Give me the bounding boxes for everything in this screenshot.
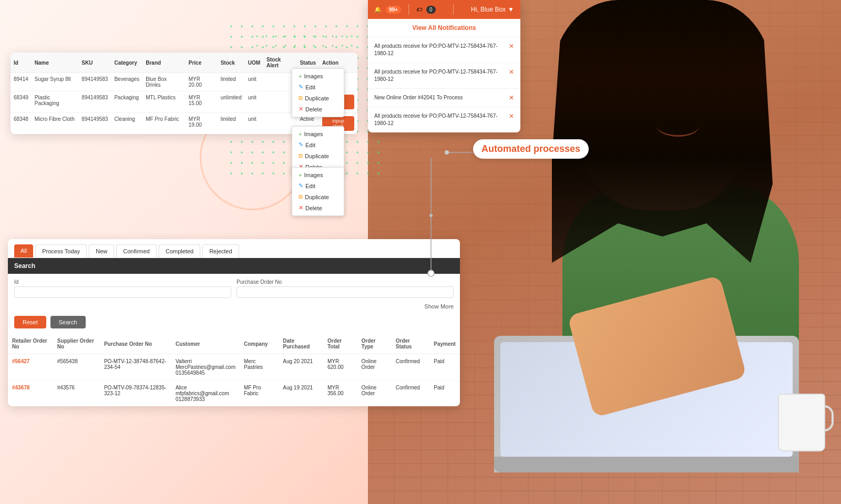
- customer-2: Alice mfpfabrics@gmail.com 0128873933: [171, 380, 240, 407]
- cell-uom: unit: [245, 91, 263, 113]
- col-po-no: Purchase Order No: [100, 334, 171, 354]
- menu-item-edit-2[interactable]: ✎ Edit: [292, 139, 344, 150]
- retailer-order-2[interactable]: #43678: [8, 380, 53, 407]
- edit-icon: ✎: [299, 84, 303, 90]
- notification-item-1: All products receive for PO:PO-MTV-12-75…: [368, 37, 520, 63]
- notification-item-3: New Online Order #42041 To Process ✕: [368, 89, 520, 107]
- col-payment: Payment: [429, 334, 460, 354]
- order-tabs: All Process Today New Confirmed Complete…: [8, 239, 460, 258]
- col-uom: UOM: [245, 53, 263, 73]
- menu-item-edit-3[interactable]: ✎ Edit: [292, 180, 344, 191]
- retailer-order-link-2[interactable]: #43678: [12, 385, 29, 390]
- date-2: Aug 19 2021: [279, 380, 323, 407]
- id-search-field: Id: [14, 279, 231, 298]
- customer-1: Valterri MercPastries@gmail.com 01356498…: [171, 354, 240, 380]
- notification-close-1[interactable]: ✕: [509, 43, 514, 50]
- date-1: Aug 20 2021: [279, 354, 323, 380]
- add-icon: +: [299, 73, 302, 79]
- menu-label-delete: Delete: [305, 106, 322, 112]
- cell-category: Packaging: [111, 91, 142, 113]
- add-icon-2: +: [299, 131, 302, 137]
- notification-close-3[interactable]: ✕: [509, 94, 514, 101]
- customer-email-2: mfpfabrics@gmail.com: [176, 390, 235, 396]
- cell-uom: unit: [245, 73, 263, 91]
- tab-confirmed[interactable]: Confirmed: [116, 244, 157, 258]
- customer-phone-1: 0135649845: [176, 370, 235, 376]
- order-row-1: #56427 #565438 PO-MTV-12-38748-87642-234…: [8, 354, 460, 380]
- retailer-order-1[interactable]: #56427: [8, 354, 53, 380]
- po-input[interactable]: [237, 286, 454, 298]
- search-button[interactable]: Search: [50, 316, 86, 328]
- notification-close-2[interactable]: ✕: [509, 68, 514, 76]
- customer-phone-2: 0128873933: [176, 396, 235, 402]
- cell-brand: MF Pro Fabric: [142, 113, 186, 135]
- tab-all[interactable]: All: [14, 244, 33, 258]
- id-input[interactable]: [14, 286, 231, 298]
- col-company: Company: [240, 334, 279, 354]
- notification-item-2: All products receive for PO:PO-MTV-12-75…: [368, 63, 520, 89]
- menu-item-duplicate-3[interactable]: ⧉ Duplicate: [292, 191, 344, 202]
- tab-completed[interactable]: Completed: [159, 244, 200, 258]
- mug: [778, 394, 825, 451]
- col-id: Id: [11, 53, 32, 73]
- chevron-down-icon: ▼: [508, 6, 514, 13]
- orders-table: Retailer Order No Supplier Order No Purc…: [8, 334, 460, 406]
- customer-email-1: MercPastries@gmail.com: [176, 364, 235, 370]
- cell-id: 68348: [11, 113, 32, 135]
- user-greeting[interactable]: Hi, Blue Box ▼: [471, 6, 514, 13]
- cell-brand: MTL Plastics: [142, 91, 186, 113]
- col-sku: SKU: [78, 53, 111, 73]
- col-customer: Customer: [171, 334, 240, 354]
- menu-item-images-2[interactable]: + Images: [292, 129, 344, 139]
- order-row-2: #43678 #43576 PO-MTV-09-78374-12835-323-…: [8, 380, 460, 407]
- retailer-order-link-1[interactable]: #56427: [12, 358, 29, 364]
- edit-icon-2: ✎: [299, 141, 303, 148]
- view-all-notifications-button[interactable]: View All Notifications: [368, 19, 520, 37]
- notification-item-4: All products receive for PO:PO-MTV-12-75…: [368, 107, 520, 132]
- tab-new[interactable]: New: [89, 244, 114, 258]
- menu-item-delete-1[interactable]: ✕ Delete: [292, 104, 344, 115]
- edit-icon-3: ✎: [299, 182, 303, 189]
- tab-rejected[interactable]: Rejected: [202, 244, 239, 258]
- notification-text-3: New Online Order #42041 To Process: [374, 94, 505, 101]
- menu-label-edit-3: Edit: [305, 183, 315, 189]
- col-order-type: Order Type: [357, 334, 392, 354]
- cell-sku: 894149583: [78, 91, 111, 113]
- menu-item-duplicate-2[interactable]: ⧉ Duplicate: [292, 150, 344, 161]
- menu-label-images: Images: [304, 73, 323, 79]
- automated-processes-label: Automated processes: [473, 139, 589, 159]
- laptop-base: [494, 457, 799, 472]
- smile: [657, 116, 699, 137]
- search-form: Id Purchase Order No: [8, 274, 460, 303]
- reset-button[interactable]: Reset: [14, 316, 46, 328]
- duplicate-icon: ⧉: [299, 95, 303, 101]
- show-more-button[interactable]: Show More: [8, 303, 460, 313]
- menu-item-duplicate-1[interactable]: ⧉ Duplicate: [292, 92, 344, 104]
- notification-header: 🔔 99+ 🏷 0 Hi, Blue Box ▼: [368, 0, 520, 19]
- menu-item-edit-1[interactable]: ✎ Edit: [292, 81, 344, 92]
- cell-stock: unlimited: [218, 91, 245, 113]
- col-retailer-order: Retailer Order No: [8, 334, 53, 354]
- menu-item-images-1[interactable]: + Images: [292, 71, 344, 81]
- cell-price: MYR 19.00: [186, 113, 218, 135]
- tab-process-today[interactable]: Process Today: [35, 244, 87, 258]
- company-2: MF Pro Fabric: [240, 380, 279, 407]
- header-divider: [453, 4, 454, 15]
- notification-close-4[interactable]: ✕: [509, 112, 514, 120]
- order-type-1: Online Order: [357, 354, 392, 380]
- cell-id: 68349: [11, 91, 32, 113]
- customer-name-1: Valterri: [176, 358, 235, 364]
- user-label: Hi, Blue Box: [471, 6, 506, 13]
- menu-label-duplicate-3: Duplicate: [305, 194, 329, 200]
- menu-item-images-3[interactable]: + Images: [292, 170, 344, 180]
- menu-item-delete-3[interactable]: ✕ Delete: [292, 202, 344, 213]
- delete-icon: ✕: [299, 106, 303, 112]
- cell-stock: limited: [218, 73, 245, 91]
- col-date: Date Purchased: [279, 334, 323, 354]
- col-stock: Stock: [218, 53, 245, 73]
- col-order-status: Order Status: [392, 334, 430, 354]
- cell-category: Cleaning: [111, 113, 142, 135]
- menu-label-delete-3: Delete: [305, 205, 322, 211]
- cart-icon: 🏷: [416, 6, 422, 13]
- col-brand: Brand: [142, 53, 186, 73]
